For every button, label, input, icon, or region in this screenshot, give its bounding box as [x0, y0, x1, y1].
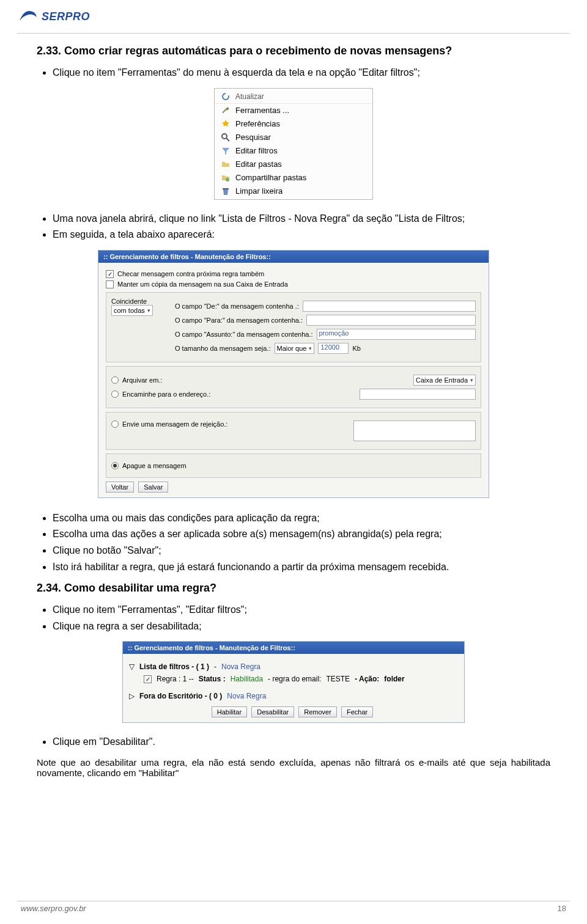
- chevron-down-icon: ▽: [129, 662, 135, 671]
- step-item: Clique no item "Ferramentas", "Editar fi…: [53, 603, 550, 617]
- rule-status-value: Habilitada: [231, 675, 263, 683]
- nova-regra-link[interactable]: Nova Regra: [221, 662, 260, 671]
- size-op-select[interactable]: Maior que: [275, 343, 315, 354]
- page-header: SERPRO: [0, 0, 587, 29]
- screenshot-tools-menu: Atualizar Ferramentas ... Preferências P…: [214, 88, 373, 200]
- filter-list-count: Lista de filtros - ( 1 ): [139, 662, 209, 671]
- action-arquivar-label: Arquivar em.:: [122, 376, 162, 384]
- step-item: Escolha uma ou mais das condições para a…: [53, 512, 550, 525]
- screenshot-filter-editor: :: Gerenciamento de filtros - Manutenção…: [98, 250, 489, 498]
- radio-rejeicao[interactable]: [111, 420, 119, 428]
- footer-site: www.serpro.gov.br: [21, 904, 86, 913]
- menu-item-label: Preferências: [235, 119, 280, 128]
- arquivar-folder-select[interactable]: Caixa de Entrada: [413, 375, 476, 386]
- svg-point-0: [222, 134, 227, 139]
- nova-regra-link-ooo[interactable]: Nova Regra: [227, 692, 266, 700]
- serpro-logo-text: SERPRO: [42, 10, 90, 23]
- section-233-title: 2.33. Como criar regras automáticas para…: [37, 45, 550, 57]
- out-of-office-header[interactable]: ▷ Fora do Escritório - ( 0 ) Nova Regra: [129, 692, 458, 700]
- rule-status-label: Status :: [199, 675, 226, 683]
- footer-divider: [17, 901, 570, 901]
- filter-list-header[interactable]: ▽ Lista de filtros - ( 1 ) - Nova Regra: [129, 662, 458, 671]
- trash-icon: [221, 186, 231, 196]
- search-icon: [221, 133, 231, 142]
- rule-action-value: folder: [384, 675, 404, 683]
- svg-point-1: [226, 178, 229, 182]
- filter-icon: [221, 146, 231, 156]
- section-234-note: Note que ao desabilitar uma regra, ela n…: [37, 757, 550, 778]
- desabilitar-button[interactable]: Desabilitar: [251, 706, 294, 717]
- menu-item-label: Editar pastas: [235, 160, 282, 169]
- radio-encaminhar[interactable]: [111, 391, 119, 398]
- cond-para-label: O campo "Para:" da mensagem contenha.:: [175, 317, 303, 324]
- actions-panel-2: Envie uma mensagem de rejeição.:: [106, 412, 481, 450]
- menu-item-compartilhar[interactable]: Compartilhar pastas: [215, 171, 372, 185]
- serpro-logo-mark: [17, 7, 39, 26]
- remover-button[interactable]: Remover: [298, 706, 337, 717]
- filter-rule-row[interactable]: ✓ Regra : 1 -- Status :Habilitada - regr…: [144, 675, 458, 683]
- ooo-count: Fora do Escritório - ( 0 ): [139, 692, 222, 700]
- screenshot-filter-list: :: Gerenciamento de filtros - Manutenção…: [122, 641, 465, 723]
- chevron-right-icon: ▷: [129, 692, 135, 700]
- rule-desc: - regra do email:: [268, 675, 321, 683]
- menu-item-preferencias[interactable]: Preferências: [215, 117, 372, 131]
- serpro-logo: SERPRO: [17, 7, 570, 26]
- menu-item-ferramentas[interactable]: Ferramentas ...: [215, 104, 372, 117]
- cond-tamanho-label: O tamanho da mensagem seja.:: [175, 345, 271, 352]
- habilitar-button[interactable]: Habilitar: [212, 706, 247, 717]
- share-folder-icon: [221, 173, 231, 183]
- menu-item-pesquisar[interactable]: Pesquisar: [215, 131, 372, 144]
- size-value-input[interactable]: 12000: [318, 343, 349, 354]
- radio-arquivar[interactable]: [111, 376, 119, 384]
- menu-item-label: Pesquisar: [235, 133, 271, 142]
- radio-apague[interactable]: [111, 462, 119, 469]
- page-content: 2.33. Como criar regras automáticas para…: [0, 45, 587, 778]
- cond-de-input[interactable]: [303, 301, 476, 312]
- checkbox-check-next-rule[interactable]: ✓ Checar mensagem contra próxima regra t…: [106, 270, 481, 278]
- header-divider: [17, 33, 570, 34]
- action-encaminhar-label: Encaminhe para o endereço.:: [122, 391, 210, 398]
- cond-de-label: O campo "De:" da mensagem contenha .:: [175, 302, 299, 310]
- conditions-panel: Coincidente com todas O campo "De:" da m…: [106, 292, 481, 362]
- checkbox-icon: [106, 280, 114, 288]
- size-unit-label: Kb: [352, 345, 360, 352]
- checkbox-icon: ✓: [106, 270, 114, 278]
- checkbox-label: Manter um cópia da mensagem na sua Caixa…: [117, 280, 288, 288]
- checkbox-label: Checar mensagem contra próxima regra tam…: [117, 270, 264, 277]
- step-item: Escolha uma das ações a ser aplicada sob…: [53, 527, 550, 541]
- match-label: Coincidente: [111, 298, 166, 305]
- rule-action-label: - Ação:: [355, 675, 379, 683]
- voltar-button[interactable]: Voltar: [106, 482, 134, 493]
- filter-list-titlebar: :: Gerenciamento de filtros - Manutenção…: [123, 642, 464, 654]
- encaminhar-input[interactable]: [360, 389, 476, 400]
- folder-edit-icon: [221, 160, 231, 169]
- cond-para-input[interactable]: [306, 315, 476, 326]
- section-234-step1-list: Clique no item "Ferramentas", "Editar fi…: [53, 603, 550, 632]
- salvar-button[interactable]: Salvar: [138, 482, 168, 493]
- actions-panel-1: Arquivar em.: Caixa de Entrada Encaminhe…: [106, 366, 481, 408]
- match-select[interactable]: com todas: [111, 305, 153, 316]
- step-item: Clique no botão "Salvar";: [53, 544, 550, 557]
- fechar-button[interactable]: Fechar: [341, 706, 373, 717]
- step-item: Isto irá habilitar a regra, que já estar…: [53, 560, 550, 574]
- section-233-step1-list: Clique no item "Ferramentas" do menu à e…: [53, 66, 550, 79]
- star-icon: [221, 119, 231, 129]
- menu-item-label: Limpar lixeira: [235, 186, 282, 196]
- action-apague-label: Apague a mensagem: [122, 462, 186, 469]
- rejeicao-textarea[interactable]: [353, 420, 476, 441]
- cond-assunto-input[interactable]: promoção: [317, 329, 476, 340]
- step-item: Clique em "Desabilitar".: [53, 735, 550, 749]
- rule-checkbox[interactable]: ✓: [144, 675, 152, 683]
- checkbox-keep-copy[interactable]: Manter um cópia da mensagem na sua Caixa…: [106, 280, 481, 288]
- menu-refresh-row: Atualizar: [215, 90, 372, 104]
- menu-item-limpar-lixeira[interactable]: Limpar lixeira: [215, 185, 372, 198]
- section-234-title: 2.34. Como desabilitar uma regra?: [37, 582, 550, 595]
- section-233-step3-list: Escolha uma ou mais das condições para a…: [53, 512, 550, 573]
- step-item: Em seguida, a tela abaixo aparecerá:: [53, 228, 550, 241]
- filter-list-buttons: Habilitar Desabilitar Remover Fechar: [129, 706, 458, 717]
- menu-item-editar-pastas[interactable]: Editar pastas: [215, 158, 372, 171]
- page-footer: www.serpro.gov.br 18: [17, 901, 570, 913]
- step-item: Clique no item "Ferramentas" do menu à e…: [53, 66, 550, 79]
- action-rejeicao-label: Envie uma mensagem de rejeição.:: [122, 420, 227, 428]
- menu-item-editar-filtros[interactable]: Editar filtros: [215, 144, 372, 158]
